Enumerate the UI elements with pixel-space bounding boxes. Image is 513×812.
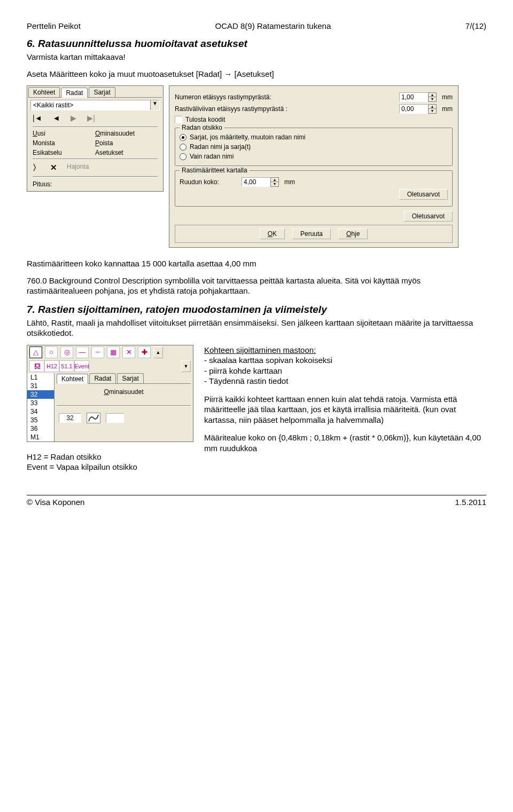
label-numero-etaisyys: Numeron etäisyys rastiympyrästä: (175, 93, 396, 101)
legend-radan-otsikko: Radan otsikko (180, 124, 224, 131)
link-ominaisuudet[interactable]: Ominaisuudet (95, 129, 158, 138)
tab-radat-2[interactable]: Radat (89, 373, 116, 383)
radio-nimi-sarja[interactable] (180, 144, 186, 151)
spin-down-icon[interactable]: ▼ (429, 109, 436, 113)
h12-box[interactable]: H12 (44, 360, 59, 372)
symbol-toolbar: △ ○ ◎ ― ┄ ▦ ✕ ✚ ▲ (27, 345, 193, 359)
last-icon[interactable]: ▶| (87, 114, 95, 122)
u-heading: Kohteen sijoittaminen mastoon: (204, 345, 316, 354)
num-etaisyys-1[interactable]: ▲▼ (399, 92, 437, 102)
spinner-2[interactable]: ▲▼ (428, 104, 437, 114)
mid-text-1: Rastimääritteen koko kannattaa 15 000 ka… (27, 258, 486, 269)
tab-sarjat-2[interactable]: Sarjat (117, 373, 143, 383)
code-listbox[interactable]: L1 31 32 33 34 35 36 M1 (27, 373, 55, 442)
triangle-icon[interactable]: △ (29, 346, 42, 358)
event-box[interactable]: Event (74, 360, 89, 372)
spin-down-icon[interactable]: ▼ (271, 182, 278, 186)
spinner-ruutu[interactable]: ▲▼ (270, 177, 279, 187)
close-icon[interactable]: ✕ (50, 163, 57, 173)
symbol-toolbar-2: ⛾ H12 51.1 Event ▼ (27, 359, 193, 373)
list-item[interactable]: 32 (27, 390, 54, 399)
bullet-2: - piirrä kohde karttaan (204, 366, 282, 375)
tab-radat[interactable]: Radat (61, 88, 88, 98)
link-monista[interactable]: Monista (33, 138, 95, 148)
spin-up-icon[interactable]: ▲ (429, 105, 436, 109)
link-asetukset[interactable]: Asetukset (95, 148, 158, 157)
play-icon[interactable]: ▶ (71, 114, 76, 122)
ok-button[interactable]: OK (260, 228, 285, 239)
num-input-ruutu[interactable] (242, 177, 270, 187)
cup-icon[interactable]: ⛾ (29, 360, 44, 372)
group-rastimaaritteet: Rastimääritteet kartalla Ruudun koko: ▲▼… (175, 170, 453, 207)
page-header: Perttelin Peikot OCAD 8(9) Ratamestarin … (27, 21, 486, 30)
spinner-1[interactable]: ▲▼ (428, 92, 437, 102)
spin-up-icon[interactable]: ▲ (429, 93, 436, 97)
right-p2: Piirrä kaikki kohteet karttaan ennen kui… (204, 394, 486, 425)
tab-kohteet[interactable]: Kohteet (28, 87, 60, 97)
plus-icon[interactable]: ✚ (138, 346, 151, 358)
tab-sarjat[interactable]: Sarjat (89, 87, 115, 97)
num-etaisyys-2[interactable]: ▲▼ (399, 104, 437, 114)
scroll-down-icon[interactable]: ▼ (181, 360, 191, 372)
link-hajonta: Hajonta (67, 163, 89, 173)
spin-up-icon[interactable]: ▲ (271, 178, 278, 182)
pituus-label: Pituus: (28, 178, 162, 190)
double-circle-icon[interactable]: ◎ (60, 346, 73, 358)
radio-label-1: Sarjat, jos määritelty, muutoin radan ni… (190, 133, 306, 141)
header-center: OCAD 8(9) Ratamestarin tukena (215, 21, 331, 30)
unit-mm-2: mm (442, 105, 453, 113)
line-icon[interactable]: ― (76, 346, 89, 358)
list-item[interactable]: 36 (27, 424, 54, 433)
link-esikatselu[interactable]: Esikatselu (33, 148, 95, 157)
dashline-icon[interactable]: ┄ (91, 346, 104, 358)
dropdown-text: <Kaikki rastit> (31, 100, 150, 110)
num-ruutu[interactable]: ▲▼ (242, 177, 279, 187)
rastit-dropdown[interactable]: <Kaikki rastit> ▼ (30, 100, 160, 111)
x-icon[interactable]: ✕ (122, 346, 135, 358)
prev-icon[interactable]: ◄ (53, 114, 60, 122)
curve-icon (87, 413, 100, 423)
radio-sarjat[interactable] (180, 134, 186, 141)
unit-mm-3: mm (284, 178, 295, 186)
list-item[interactable]: M1 (27, 433, 54, 442)
num-input-2[interactable] (399, 104, 428, 114)
radio-vain-nimi[interactable] (180, 153, 186, 160)
num-box[interactable]: 51.1 (59, 360, 74, 372)
list-item[interactable]: 31 (27, 382, 54, 390)
list-item[interactable]: 35 (27, 416, 54, 424)
bullet-1: - skaalaa karttaa sopivan kokoiseksi (204, 356, 332, 365)
list-item[interactable]: L1 (27, 373, 54, 382)
link-ominaisuudet-2[interactable]: Ominaisuudet (104, 388, 143, 396)
list-item[interactable]: 33 (27, 399, 54, 407)
section-7-title: 7. Rastien sijoittaminen, ratojen muodos… (27, 304, 486, 316)
list-item[interactable]: 34 (27, 407, 54, 416)
checkbox-tulosta[interactable] (175, 116, 182, 123)
cancel-button[interactable]: Peruuta (292, 228, 331, 239)
scroll-up-icon[interactable]: ▲ (153, 346, 163, 358)
spin-down-icon[interactable]: ▼ (429, 97, 436, 101)
first-icon[interactable]: |◄ (33, 114, 42, 122)
tab-kohteet-2[interactable]: Kohteet (57, 374, 88, 384)
num-input-1[interactable] (399, 92, 428, 102)
tool-panel: △ ○ ◎ ― ┄ ▦ ✕ ✚ ▲ ⛾ H12 51.1 Event ▼ L1 (27, 345, 193, 442)
footer-right: 1.5.2011 (455, 498, 486, 507)
hatch-icon[interactable]: ▦ (107, 346, 120, 358)
btn-oletus-2[interactable]: Oletusarvot (404, 211, 453, 222)
section-7-text: Lähtö, Rastit, maali ja mahdolliset viit… (27, 318, 486, 338)
link-uusi[interactable]: Uusi (33, 129, 95, 138)
radio-label-3: Vain radan nimi (190, 153, 234, 160)
link-poista[interactable]: Poista (95, 138, 158, 148)
radat-panel: Kohteet Radat Sarjat <Kaikki rastit> ▼ |… (27, 85, 164, 192)
section-6-title: 6. Ratasuunnittelussa huomioitavat asetu… (27, 38, 486, 50)
right-p3: Määritealue koko on {0,48km ; 0,18km + (… (204, 432, 486, 453)
circle-icon[interactable]: ○ (45, 346, 58, 358)
section-6-line1: Varmista kartan mittakaava! (27, 52, 486, 62)
btn-oletus-1[interactable]: Oletusarvot (399, 189, 448, 200)
help-button[interactable]: Ohje (338, 228, 368, 239)
forward-icon[interactable]: 〉 (33, 163, 41, 173)
footer-left: © Visa Koponen (27, 498, 84, 507)
caption-h12: H12 = Radan otsikko (27, 452, 102, 461)
chevron-down-icon[interactable]: ▼ (150, 100, 159, 110)
asetukset-dialog: Numeron etäisyys rastiympyrästä: ▲▼ mm R… (169, 85, 458, 248)
group-radan-otsikko: Radan otsikko Sarjat, jos määritelty, mu… (175, 128, 453, 166)
